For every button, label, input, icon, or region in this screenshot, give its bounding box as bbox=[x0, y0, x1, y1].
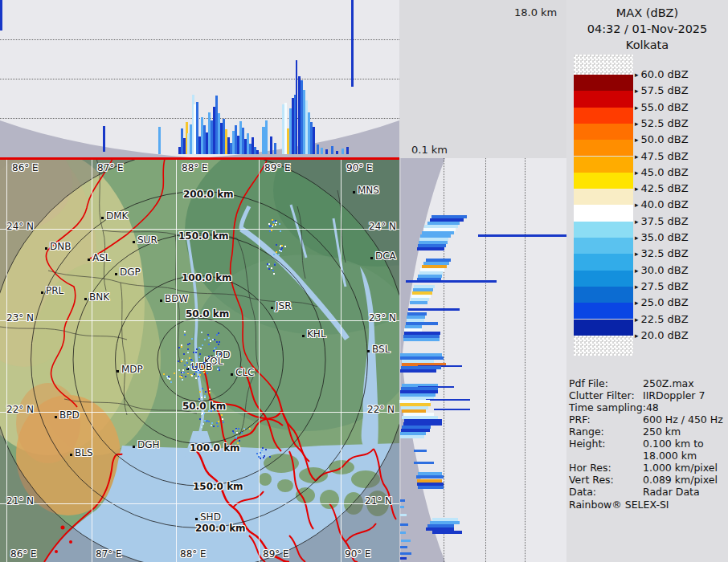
legend-band bbox=[574, 238, 633, 254]
metadata-label: Data: bbox=[569, 486, 643, 498]
metadata-label: Vert Res: bbox=[569, 474, 643, 486]
xz-gridline bbox=[0, 79, 399, 79]
radar-site-name: Kolkata bbox=[566, 39, 728, 51]
metadata-value: 250Z.max bbox=[643, 377, 728, 389]
metadata-row: Height:0.100 km to bbox=[569, 438, 728, 450]
metadata-value: Radar Data bbox=[643, 486, 728, 498]
legend-band bbox=[574, 124, 633, 140]
legend-entry: ▸20.0 dBZ bbox=[635, 329, 689, 341]
legend-entry: ▸60.0 dBZ bbox=[635, 68, 689, 80]
legend-tick-arrow-icon: ▸ bbox=[635, 185, 639, 193]
legend-band bbox=[574, 320, 633, 336]
metadata-value: 250 km bbox=[643, 426, 728, 438]
legend-band bbox=[574, 287, 633, 303]
legend-entry-label: 40.0 dBZ bbox=[641, 198, 689, 210]
legend-entry-label: 35.0 dBZ bbox=[641, 231, 689, 243]
legend-entry: ▸22.5 dBZ bbox=[635, 313, 689, 325]
metadata-row: Data:Radar Data bbox=[569, 486, 728, 498]
metadata-row: 18.000 km bbox=[569, 450, 728, 462]
legend-band bbox=[574, 75, 633, 91]
legend-band bbox=[574, 205, 633, 221]
metadata-label bbox=[569, 450, 643, 462]
basemap bbox=[0, 158, 399, 562]
legend-tick-arrow-icon: ▸ bbox=[635, 332, 639, 340]
xz-gridline bbox=[0, 118, 399, 119]
legend-entry: ▸45.0 dBZ bbox=[635, 166, 689, 178]
legend-band bbox=[574, 173, 633, 189]
legend-checker-bottom bbox=[574, 336, 633, 356]
legend-tick-arrow-icon: ▸ bbox=[635, 87, 639, 95]
xz-gridline bbox=[0, 39, 399, 40]
metadata-value: 0.089 km/pixel bbox=[643, 474, 728, 486]
legend-entry: ▸55.0 dBZ bbox=[635, 101, 689, 113]
legend-band bbox=[574, 140, 633, 156]
metadata-row: Range:250 km bbox=[569, 426, 728, 438]
legend-entry: ▸37.5 dBZ bbox=[635, 215, 689, 227]
metadata-label: Clutter Filter: bbox=[569, 389, 643, 401]
legend-entry: ▸32.5 dBZ bbox=[635, 247, 689, 259]
legend-entry: ▸30.0 dBZ bbox=[635, 264, 689, 276]
metadata-value: 600 Hz / 450 Hz bbox=[643, 413, 728, 426]
legend-entry-label: 55.0 dBZ bbox=[641, 101, 689, 113]
legend-band bbox=[574, 271, 633, 287]
metadata-value: 18.000 km bbox=[643, 450, 728, 462]
legend-entry: ▸25.0 dBZ bbox=[635, 296, 689, 308]
legend-entry-label: 50.0 dBZ bbox=[641, 133, 689, 145]
legend-tick-arrow-icon: ▸ bbox=[635, 153, 639, 161]
legend-entry-label: 27.5 dBZ bbox=[641, 280, 689, 292]
legend-band bbox=[574, 222, 633, 238]
legend-entry-label: 37.5 dBZ bbox=[641, 215, 689, 227]
legend-entry: ▸50.0 dBZ bbox=[635, 133, 689, 145]
metadata-row: Hor Res:1.000 km/pixel bbox=[569, 462, 728, 474]
map-top-red-border bbox=[0, 157, 399, 160]
legend-entry-label: 57.5 dBZ bbox=[641, 84, 689, 96]
height-axis-max-label: 18.0 km bbox=[514, 6, 557, 18]
legend-entry: ▸57.5 dBZ bbox=[635, 84, 689, 96]
height-axis-min-label: 0.1 km bbox=[411, 144, 448, 156]
legend-entry-label: 25.0 dBZ bbox=[641, 296, 689, 308]
software-brand: Rainbow® SELEX-SI bbox=[569, 499, 669, 511]
metadata-row: Time sampling:48 bbox=[569, 401, 728, 413]
legend-entry-label: 45.0 dBZ bbox=[641, 166, 689, 178]
metadata-value: 1.000 km/pixel bbox=[643, 462, 728, 474]
yz-gridline bbox=[444, 158, 444, 562]
legend-entry: ▸42.5 dBZ bbox=[635, 182, 689, 194]
legend-tick-arrow-icon: ▸ bbox=[635, 169, 639, 177]
legend-entry: ▸35.0 dBZ bbox=[635, 231, 689, 243]
metadata-value: 0.100 km to bbox=[643, 438, 728, 450]
metadata-value: 48 bbox=[646, 401, 728, 413]
metadata-row: PRF:600 Hz / 450 Hz bbox=[569, 413, 728, 426]
legend-band bbox=[574, 189, 633, 205]
legend-tick-arrow-icon: ▸ bbox=[635, 136, 639, 144]
legend-band bbox=[574, 303, 633, 319]
legend-band bbox=[574, 108, 633, 124]
radar-map-view[interactable] bbox=[0, 158, 399, 562]
metadata-label: PRF: bbox=[569, 413, 643, 426]
metadata-label: Height: bbox=[569, 438, 643, 450]
legend-entry-label: 22.5 dBZ bbox=[641, 313, 689, 325]
product-title: MAX (dBZ) bbox=[566, 6, 728, 19]
metadata-value: IIRDoppler 7 bbox=[643, 389, 728, 401]
metadata-label: Pdf File: bbox=[569, 377, 643, 389]
legend-tick-arrow-icon: ▸ bbox=[635, 104, 639, 112]
legend-entry: ▸52.5 dBZ bbox=[635, 117, 689, 129]
yz-cone-mask bbox=[401, 158, 566, 562]
legend-tick-arrow-icon: ▸ bbox=[635, 267, 639, 275]
legend-tick-arrow-icon: ▸ bbox=[635, 234, 639, 242]
legend-tick-arrow-icon: ▸ bbox=[635, 250, 639, 258]
legend-tick-arrow-icon: ▸ bbox=[635, 201, 639, 209]
legend-entry-label: 52.5 dBZ bbox=[641, 117, 689, 129]
legend-entry: ▸27.5 dBZ bbox=[635, 280, 689, 292]
radar-application-window: 18.0 km 0.1 km bbox=[0, 0, 728, 562]
legend-tick-arrow-icon: ▸ bbox=[635, 71, 639, 79]
metadata-label: Hor Res: bbox=[569, 462, 643, 474]
legend-band bbox=[574, 157, 633, 173]
legend-tick-arrow-icon: ▸ bbox=[635, 120, 639, 128]
legend-entry-label: 20.0 dBZ bbox=[641, 329, 689, 341]
metadata-row: Vert Res:0.089 km/pixel bbox=[569, 474, 728, 486]
legend-band bbox=[574, 254, 633, 270]
legend-tick-arrow-icon: ▸ bbox=[635, 316, 639, 324]
yz-projection-panel bbox=[399, 158, 566, 562]
metadata-label: Time sampling: bbox=[569, 401, 646, 413]
legend-entry-label: 42.5 dBZ bbox=[641, 182, 689, 194]
